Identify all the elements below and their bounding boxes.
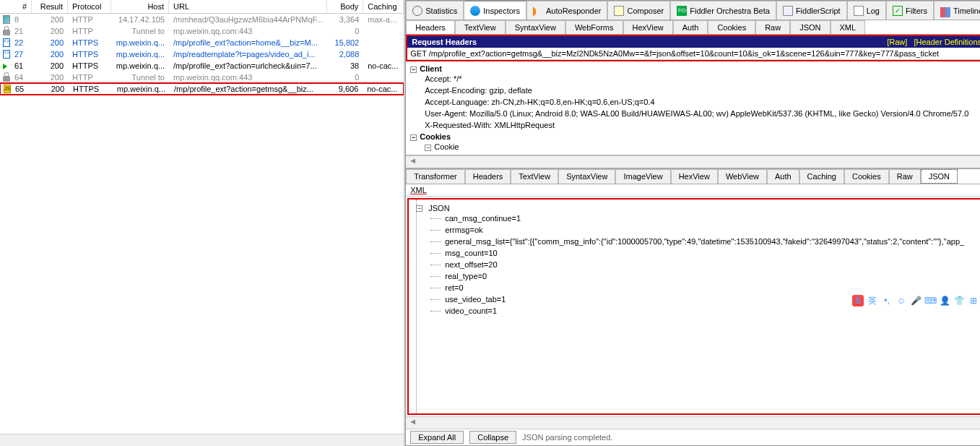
tab-log[interactable]: Log — [847, 1, 886, 20]
header-item[interactable]: Accept-Language: zh-CN,zh-HK;q=0.8,en-HK… — [410, 96, 980, 108]
ime-user-icon[interactable]: 👤 — [939, 295, 950, 306]
ime-punct-icon[interactable]: •, — [881, 295, 893, 306]
ime-mic-icon[interactable]: 🎤 — [910, 295, 922, 306]
lock-icon — [3, 76, 10, 82]
json-property[interactable]: errmsg=ok — [416, 224, 979, 236]
response-tab-cookies[interactable]: Cookies — [844, 169, 889, 184]
session-row[interactable]: 22200HTTPS mp.weixin.q.../mp/profile_ext… — [0, 37, 404, 48]
horizontal-scrollbar[interactable] — [406, 155, 980, 168]
ime-sogou-icon[interactable]: S — [852, 295, 864, 306]
collapse-icon[interactable]: − — [410, 134, 417, 141]
response-tab-syntaxview[interactable]: SyntaxView — [558, 169, 615, 184]
cookie-item[interactable]: −Cookie — [410, 141, 980, 153]
fil-icon — [893, 6, 903, 16]
response-tab-transformer[interactable]: Transformer — [406, 169, 465, 184]
ime-keyboard-icon[interactable]: ⌨ — [924, 295, 936, 306]
response-tab-json[interactable]: JSON — [921, 169, 958, 184]
col-body[interactable]: Body — [327, 0, 363, 13]
tab-composer[interactable]: Composer — [607, 1, 670, 20]
json-property[interactable]: msg_count=10 — [416, 247, 979, 259]
response-tab-auth[interactable]: Auth — [767, 169, 799, 184]
response-tab-headers[interactable]: Headers — [465, 169, 511, 184]
tab-statistics[interactable]: Statistics — [406, 1, 464, 20]
js-icon — [4, 85, 11, 93]
ime-grid-icon[interactable]: ⊞ — [968, 295, 979, 306]
json-view[interactable]: − JSON can_msg_continue=1errmsg=okgenera… — [407, 198, 980, 415]
request-tab-cookies[interactable]: Cookies — [708, 20, 755, 34]
request-tab-json[interactable]: JSON — [790, 20, 830, 34]
session-row[interactable]: 61200HTTPS mp.weixin.q.../mp/profile_ext… — [0, 60, 404, 72]
expand-all-button[interactable]: Expand All — [410, 431, 464, 444]
collapse-button[interactable]: Collapse — [469, 431, 516, 444]
response-tab-hexview[interactable]: HexView — [671, 169, 718, 184]
session-row[interactable]: 65200HTTPS mp.weixin.q.../mp/profile_ext… — [0, 82, 404, 95]
bottom-bar: Expand All Collapse JSON parsing complet… — [406, 429, 980, 445]
col-result[interactable]: Result — [32, 0, 68, 13]
arrow-icon — [3, 64, 7, 69]
header-tree[interactable]: −Client Accept: */* Accept-Encoding: gzi… — [406, 61, 980, 155]
status-text: JSON parsing completed. — [522, 433, 612, 442]
sessions-list[interactable]: 8200HTTP 14.17.42.105/mmhead/Q3auHgzwzM6… — [0, 14, 404, 434]
header-item[interactable]: X-Requested-With: XMLHttpRequest — [410, 119, 980, 131]
raw-link[interactable]: [Raw] — [887, 38, 907, 46]
collapse-icon[interactable]: − — [425, 145, 431, 151]
lock-icon — [3, 30, 10, 35]
request-tab-textview[interactable]: TextView — [455, 20, 506, 34]
ime-lang-icon[interactable]: 英 — [867, 295, 878, 306]
session-row[interactable]: 64200HTTP Tunnel tomp.weixin.qq.com:4430 — [0, 72, 404, 83]
col-protocol[interactable]: Protocol — [68, 0, 111, 13]
response-tab-raw[interactable]: Raw — [889, 169, 921, 184]
json-property[interactable]: ret=0 — [416, 282, 979, 293]
tab-inspectors[interactable]: Inspectors — [464, 1, 526, 20]
response-tab-textview[interactable]: TextView — [511, 169, 558, 184]
header-item[interactable]: Accept: */* — [410, 73, 980, 85]
header-item[interactable]: User-Agent: Mozilla/5.0 (Linux; Android … — [410, 108, 980, 119]
main-tabs: StatisticsInspectorsAutoResponderCompose… — [406, 1, 980, 20]
col-url[interactable]: URL — [169, 0, 327, 13]
sessions-header: # Result Protocol Host URL Body Caching — [0, 0, 404, 14]
header-definitions-link[interactable]: [Header Definitions] — [914, 38, 981, 46]
col-caching[interactable]: Caching — [363, 0, 404, 13]
session-row[interactable]: 27200HTTPS mp.weixin.q.../mp/readtemplat… — [0, 48, 404, 60]
horizontal-scrollbar[interactable] — [406, 416, 980, 429]
header-item[interactable]: Accept-Encoding: gzip, deflate — [410, 85, 980, 96]
request-tab-raw[interactable]: Raw — [755, 20, 790, 34]
col-host[interactable]: Host — [111, 0, 169, 13]
tab-filters[interactable]: Filters — [886, 1, 934, 20]
request-tab-webforms[interactable]: WebForms — [565, 20, 623, 34]
json-root[interactable]: − JSON — [416, 204, 979, 213]
cookies-group[interactable]: −Cookies — [410, 132, 980, 141]
tab-autoresponder[interactable]: AutoResponder — [526, 1, 607, 20]
session-row[interactable]: 21200HTTP Tunnel tomp.weixin.qq.com:4430 — [0, 25, 404, 37]
tab-fiddlerscript[interactable]: FiddlerScript — [776, 1, 847, 20]
auto-icon — [533, 7, 543, 17]
session-row[interactable]: 8200HTTP 14.17.42.105/mmhead/Q3auHgzwzM6… — [0, 14, 404, 25]
client-group[interactable]: −Client — [410, 64, 980, 73]
collapse-icon[interactable]: − — [410, 67, 417, 73]
tab-timeline[interactable]: Timeline — [934, 1, 980, 20]
request-tab-hexview[interactable]: HexView — [623, 20, 673, 34]
json-property[interactable]: general_msg_list={"list":[{"comm_msg_inf… — [416, 236, 979, 247]
response-tab-webview[interactable]: WebView — [718, 169, 767, 184]
tab-fiddler-orchestra-beta[interactable]: Fiddler Orchestra Beta — [670, 1, 776, 20]
response-tab-caching[interactable]: Caching — [799, 169, 844, 184]
ime-emoji-icon[interactable]: ☺ — [896, 295, 907, 306]
img-icon — [3, 15, 10, 24]
request-tab-headers[interactable]: Headers — [406, 20, 455, 34]
response-tab-imageview[interactable]: ImageView — [615, 169, 670, 184]
request-headers-bar: Request Headers [Raw] [Header Definition… — [407, 36, 980, 48]
collapse-icon[interactable]: − — [416, 205, 422, 212]
request-tab-xml[interactable]: XML — [831, 20, 866, 34]
col-num[interactable]: # — [0, 0, 32, 13]
ime-toolbar[interactable]: S 英 •, ☺ 🎤 ⌨ 👤 👕 ⊞ — [851, 293, 980, 308]
request-tab-auth[interactable]: Auth — [673, 20, 708, 34]
json-property[interactable]: can_msg_continue=1 — [416, 213, 979, 224]
request-tab-syntaxview[interactable]: SyntaxView — [506, 20, 565, 34]
xml-tab[interactable]: XML — [406, 184, 980, 197]
request-line[interactable]: GET /mp/profile_ext?action=getmsg&__biz=… — [407, 48, 980, 60]
horizontal-scrollbar[interactable] — [0, 434, 404, 446]
json-property[interactable]: next_offset=20 — [416, 259, 979, 270]
orch-icon — [677, 6, 687, 16]
ime-skin-icon[interactable]: 👕 — [953, 295, 965, 306]
json-property[interactable]: real_type=0 — [416, 270, 979, 282]
